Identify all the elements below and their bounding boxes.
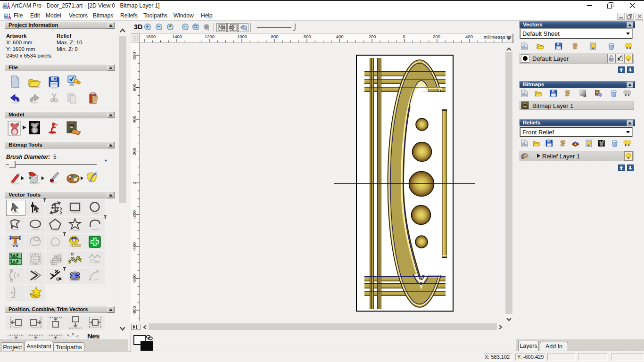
svg-text:a: a [66, 333, 69, 337]
svg-text:ABC: ABC [10, 261, 19, 265]
svg-text:b: b [72, 332, 74, 335]
svg-text:ABC: ABC [10, 255, 19, 259]
svg-text:c: c [77, 334, 79, 337]
